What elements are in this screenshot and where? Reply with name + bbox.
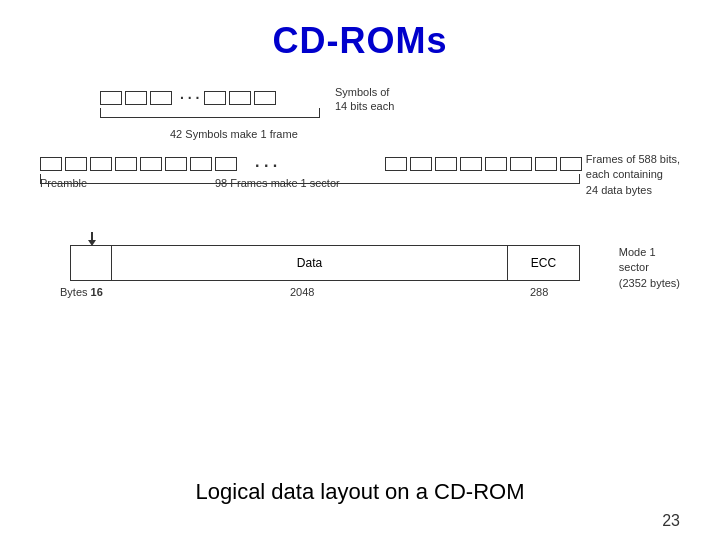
page-number: 23	[662, 512, 680, 530]
fr-box-r7	[535, 157, 557, 171]
fr-box-r2	[410, 157, 432, 171]
frames-sector-label: 98 Frames make 1 sector	[215, 177, 340, 189]
fr-box-3	[90, 157, 112, 171]
symbols-frame-label: 42 Symbols make 1 frame	[170, 128, 298, 140]
fr-box-6	[165, 157, 187, 171]
fr-box-5	[140, 157, 162, 171]
fr-box-r1	[385, 157, 407, 171]
frames-bits-label: Frames of 588 bits, each containing 24 d…	[586, 152, 680, 198]
diagram: · · · Symbols of 14 bits each 42 Symbols…	[40, 80, 680, 390]
fr-box-r6	[510, 157, 532, 171]
bytes-16-label: Bytes 16	[60, 286, 103, 298]
tick-line	[91, 232, 93, 240]
fr-box-8	[215, 157, 237, 171]
preamble-label: Preamble	[40, 177, 87, 189]
symbols-brace	[100, 108, 320, 118]
ecc-label: ECC	[531, 256, 556, 270]
sector-preamble-box	[70, 245, 112, 281]
preamble-tick	[88, 232, 96, 246]
frame-boxes-left	[40, 157, 240, 171]
symbols-label: Symbols of 14 bits each	[335, 85, 394, 114]
mode1-label: Mode 1 sector (2352 bytes)	[619, 245, 680, 291]
fr-box-2	[65, 157, 87, 171]
sym-box-4	[204, 91, 226, 105]
fr-box-4	[115, 157, 137, 171]
sector-data-box: Data	[112, 245, 508, 281]
diagram-caption: Logical data layout on a CD-ROM	[0, 479, 720, 505]
fr-box-r3	[435, 157, 457, 171]
slide: CD-ROMs · · · Symbols of 14 bits each 42…	[0, 0, 720, 540]
fr-box-r4	[460, 157, 482, 171]
fr-box-r5	[485, 157, 507, 171]
bytes-288-label: 288	[530, 286, 548, 298]
sym-box-6	[254, 91, 276, 105]
sector-container: Data ECC	[70, 245, 580, 281]
fr-box-r8	[560, 157, 582, 171]
sym-box-2	[125, 91, 147, 105]
data-label: Data	[297, 256, 322, 270]
sym-dots: · · ·	[180, 90, 199, 106]
sector-ecc-box: ECC	[508, 245, 580, 281]
fr-box-7	[190, 157, 212, 171]
page-title: CD-ROMs	[40, 20, 680, 62]
frames-dots: · · ·	[255, 157, 277, 175]
bytes-2048-label: 2048	[290, 286, 314, 298]
sym-box-1	[100, 91, 122, 105]
sym-box-3	[150, 91, 172, 105]
fr-box-1	[40, 157, 62, 171]
sym-box-5	[229, 91, 251, 105]
symbol-boxes: · · ·	[100, 90, 279, 106]
frame-boxes-right	[385, 157, 585, 171]
